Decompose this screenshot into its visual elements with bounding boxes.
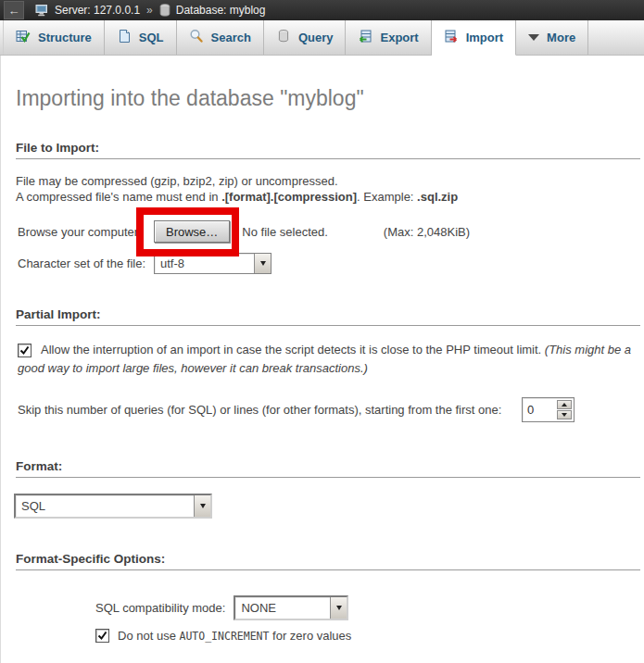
compression-line1: File may be compressed (gzip, bzip2, zip… (16, 174, 338, 188)
query-icon (276, 29, 291, 46)
compression-line2-prefix: A compressed file's name must end in (16, 190, 221, 204)
dropdown-arrow-icon (194, 495, 210, 517)
skip-queries-input[interactable]: 0 (522, 397, 575, 422)
page-title: Importing into the database "myblog" (16, 56, 640, 111)
database-icon (159, 4, 170, 17)
structure-icon (16, 29, 31, 46)
tab-search[interactable]: Search (177, 20, 264, 55)
auto-increment-option: Do not use AUTO_INCREMENT for zero value… (94, 629, 640, 643)
browse-label: Browse your computer: (18, 225, 154, 239)
dropdown-arrow-icon (330, 597, 347, 619)
breadcrumb-server[interactable]: Server: 127.0.0.1 (55, 4, 140, 17)
import-form: Importing into the database "myblog" Fil… (0, 56, 644, 663)
tab-structure[interactable]: Structure (3, 20, 105, 55)
sql-compatibility-value: NONE (235, 597, 282, 619)
dropdown-arrow-icon (254, 254, 271, 273)
export-icon (358, 29, 373, 46)
auto-increment-checkbox[interactable] (95, 629, 109, 643)
sql-compatibility-row: SQL compatibility mode: NONE (94, 595, 640, 620)
tab-import[interactable]: Import (432, 20, 516, 56)
tab-label: Search (211, 31, 251, 44)
no-file-selected-text: No file selected. (242, 225, 328, 239)
format-selected-value: SQL (16, 495, 51, 517)
tabbar-filler (588, 20, 644, 55)
compression-line2-mid: . Example: (357, 190, 417, 204)
section-heading-file-to-import: File to Import: (16, 141, 640, 159)
breadcrumb-separator: » (146, 4, 153, 17)
tab-label: Import (466, 31, 503, 44)
auto-increment-code: AUTO_INCREMENT (180, 630, 270, 643)
browse-button[interactable]: Browse… (154, 220, 230, 243)
charset-selected-value: utf-8 (155, 254, 190, 273)
tab-label: Query (298, 31, 334, 44)
compression-example: .sql.zip (417, 190, 458, 204)
skip-queries-row: Skip this number of queries (for SQL) or… (16, 397, 640, 422)
file-upload-row: Browse your computer: Browse… No file se… (16, 220, 640, 243)
section-heading-format: Format: (16, 459, 640, 478)
charset-label: Character set of the file: (18, 256, 154, 270)
tab-label: Export (380, 31, 418, 44)
tab-bar: Structure SQL Search (0, 20, 644, 56)
spinner-down-button[interactable] (557, 410, 572, 419)
format-select[interactable]: SQL (14, 494, 212, 519)
auto-increment-label: Do not use AUTO_INCREMENT for zero value… (118, 629, 351, 643)
breadcrumb-bar: ← Server: 127.0.0.1 » Database: myblog (0, 0, 644, 20)
file-input-divider (234, 220, 234, 243)
spinner-up-button[interactable] (557, 400, 572, 409)
skip-queries-label: Skip this number of queries (for SQL) or… (18, 403, 522, 417)
tab-export[interactable]: Export (346, 20, 431, 55)
section-heading-format-specific: Format-Specific Options: (16, 552, 640, 570)
tab-label: SQL (139, 31, 164, 44)
back-button[interactable]: ← (4, 1, 24, 19)
charset-select[interactable]: utf-8 (154, 253, 271, 274)
tab-more[interactable]: More (516, 20, 588, 55)
sql-icon (117, 29, 132, 46)
skip-queries-value: 0 (523, 398, 555, 421)
sql-compatibility-select[interactable]: NONE (234, 595, 348, 620)
server-icon (35, 4, 49, 17)
auto-increment-label-prefix: Do not use (118, 629, 180, 643)
tab-label: Structure (38, 31, 92, 44)
phpmyadmin-import-page: ← Server: 127.0.0.1 » Database: myblog (0, 0, 644, 663)
breadcrumb-database[interactable]: Database: myblog (176, 4, 266, 17)
tab-label: More (547, 31, 575, 44)
sql-compatibility-label: SQL compatibility mode: (95, 601, 225, 615)
allow-interrupt-label: Allow the interruption of an import in c… (41, 343, 545, 357)
allow-interrupt-checkbox[interactable] (18, 344, 32, 357)
tab-query[interactable]: Query (264, 20, 347, 55)
search-icon (189, 29, 204, 46)
max-size-note: (Max: 2,048KiB) (384, 225, 470, 239)
allow-interrupt-option: Allow the interruption of an import in c… (16, 341, 637, 378)
spinner-buttons (555, 398, 574, 421)
form-footer: Go (16, 643, 640, 663)
auto-increment-label-suffix: for zero values (269, 629, 351, 643)
import-icon (444, 29, 459, 46)
chevron-down-icon (528, 34, 539, 41)
compression-note: File may be compressed (gzip, bzip2, zip… (16, 173, 640, 205)
charset-row: Character set of the file: utf-8 (16, 253, 640, 274)
section-heading-partial-import: Partial Import: (16, 307, 640, 326)
tab-sql[interactable]: SQL (105, 20, 177, 55)
compression-format-pattern: .[format].[compression] (221, 190, 357, 204)
